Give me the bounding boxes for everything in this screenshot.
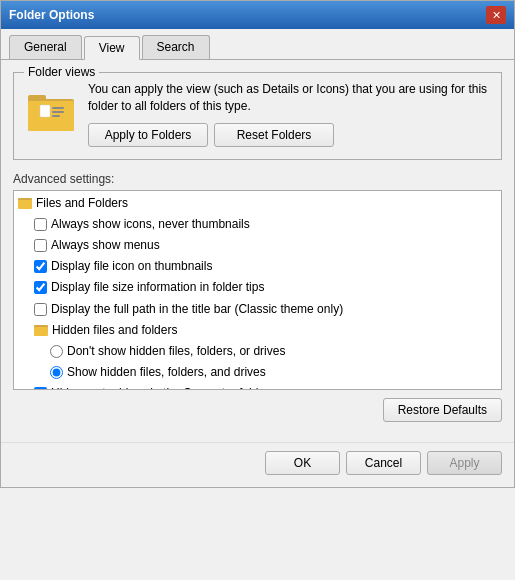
tab-bar: General View Search bbox=[1, 29, 514, 60]
restore-defaults-button[interactable]: Restore Defaults bbox=[383, 398, 502, 422]
restore-row: Restore Defaults bbox=[13, 398, 502, 422]
svg-rect-3 bbox=[40, 105, 50, 117]
close-button[interactable]: ✕ bbox=[486, 6, 506, 24]
folder-views-right: You can apply the view (such as Details … bbox=[88, 81, 489, 147]
list-item[interactable]: Display the full path in the title bar (… bbox=[14, 299, 501, 320]
tab-content: Folder views bbox=[1, 60, 514, 442]
cancel-button[interactable]: Cancel bbox=[346, 451, 421, 475]
folder-section-icon bbox=[18, 196, 32, 210]
radio-show-hidden[interactable] bbox=[50, 366, 63, 379]
label-always-show-icons: Always show icons, never thumbnails bbox=[51, 215, 250, 234]
advanced-settings: Advanced settings: Files and Folders Alw… bbox=[13, 172, 502, 422]
checkbox-hide-empty-drives[interactable] bbox=[34, 387, 47, 389]
label-always-show-menus: Always show menus bbox=[51, 236, 160, 255]
radio-dont-show-hidden[interactable] bbox=[50, 345, 63, 358]
checkbox-always-show-icons[interactable] bbox=[34, 218, 47, 231]
ok-button[interactable]: OK bbox=[265, 451, 340, 475]
list-item[interactable]: Always show icons, never thumbnails bbox=[14, 214, 501, 235]
checkbox-display-full-path[interactable] bbox=[34, 303, 47, 316]
folder-options-window: Folder Options ✕ General View Search Fol… bbox=[0, 0, 515, 488]
label-display-full-path: Display the full path in the title bar (… bbox=[51, 300, 343, 319]
tab-view[interactable]: View bbox=[84, 36, 140, 60]
list-item[interactable]: Always show menus bbox=[14, 235, 501, 256]
advanced-label: Advanced settings: bbox=[13, 172, 502, 186]
list-item[interactable]: Hide empty drives in the Computer folder bbox=[14, 383, 501, 389]
list-item[interactable]: Don't show hidden files, folders, or dri… bbox=[14, 341, 501, 362]
list-item: Hidden files and folders bbox=[14, 320, 501, 341]
label-show-hidden: Show hidden files, folders, and drives bbox=[67, 363, 266, 382]
apply-button[interactable]: Apply bbox=[427, 451, 502, 475]
list-item: Files and Folders bbox=[14, 193, 501, 214]
section-files-folders: Files and Folders bbox=[36, 194, 128, 213]
checkbox-display-file-size[interactable] bbox=[34, 281, 47, 294]
tab-search[interactable]: Search bbox=[142, 35, 210, 59]
folder-icon bbox=[26, 85, 78, 137]
label-display-file-icon: Display file icon on thumbnails bbox=[51, 257, 212, 276]
bottom-buttons: OK Cancel Apply bbox=[1, 442, 514, 487]
checkbox-always-show-menus[interactable] bbox=[34, 239, 47, 252]
title-bar: Folder Options ✕ bbox=[1, 1, 514, 29]
folder-views-group: Folder views bbox=[13, 72, 502, 160]
svg-rect-1 bbox=[28, 95, 46, 101]
label-display-file-size: Display file size information in folder … bbox=[51, 278, 264, 297]
list-item[interactable]: Show hidden files, folders, and drives bbox=[14, 362, 501, 383]
section-hidden-files: Hidden files and folders bbox=[52, 321, 177, 340]
apply-to-folders-button[interactable]: Apply to Folders bbox=[88, 123, 208, 147]
folder-views-description: You can apply the view (such as Details … bbox=[88, 81, 489, 115]
label-dont-show-hidden: Don't show hidden files, folders, or dri… bbox=[67, 342, 285, 361]
svg-rect-4 bbox=[52, 107, 64, 109]
svg-rect-5 bbox=[52, 111, 64, 113]
svg-rect-2 bbox=[28, 101, 74, 131]
window-title: Folder Options bbox=[9, 8, 94, 22]
folder-hidden-icon bbox=[34, 323, 48, 337]
list-item[interactable]: Display file size information in folder … bbox=[14, 277, 501, 298]
list-item[interactable]: Display file icon on thumbnails bbox=[14, 256, 501, 277]
svg-rect-6 bbox=[52, 115, 60, 117]
reset-folders-button[interactable]: Reset Folders bbox=[214, 123, 334, 147]
checkbox-display-file-icon[interactable] bbox=[34, 260, 47, 273]
svg-rect-8 bbox=[18, 200, 32, 209]
label-hide-empty-drives: Hide empty drives in the Computer folder bbox=[51, 384, 269, 389]
advanced-tree[interactable]: Files and Folders Always show icons, nev… bbox=[13, 190, 502, 390]
svg-rect-10 bbox=[34, 327, 48, 336]
folder-views-buttons: Apply to Folders Reset Folders bbox=[88, 123, 489, 147]
tab-general[interactable]: General bbox=[9, 35, 82, 59]
folder-views-inner: You can apply the view (such as Details … bbox=[26, 81, 489, 147]
folder-views-label: Folder views bbox=[24, 65, 99, 79]
